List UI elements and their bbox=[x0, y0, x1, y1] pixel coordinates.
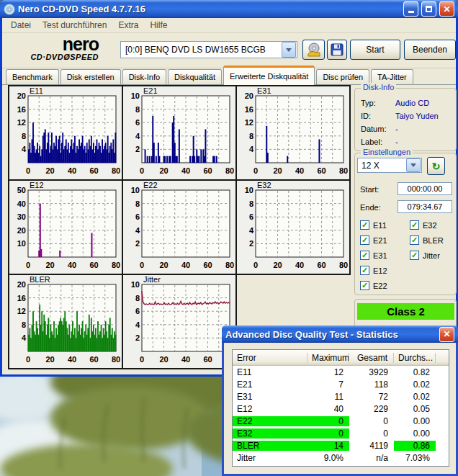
cell-durchschnitt: 0.82 bbox=[394, 367, 436, 377]
cell-error: E21 bbox=[233, 380, 307, 390]
svg-text:16: 16 bbox=[17, 105, 26, 114]
cell-durchschnitt: 0.02 bbox=[394, 380, 436, 390]
svg-text:2: 2 bbox=[135, 333, 140, 342]
refresh-button[interactable]: ↻ bbox=[427, 157, 445, 175]
svg-text:10: 10 bbox=[131, 280, 140, 289]
column-header-durchs[interactable]: Durchs... bbox=[394, 353, 436, 363]
menu-item-hilfe[interactable]: Hilfe bbox=[144, 19, 173, 32]
checkbox-tick-icon: ✓ bbox=[360, 220, 369, 230]
checkbox-e31[interactable]: ✓E31 bbox=[360, 251, 387, 260]
checkbox-e21[interactable]: ✓E21 bbox=[360, 235, 387, 245]
tab-ta-jitter[interactable]: TA-Jitter bbox=[371, 69, 413, 84]
dialog-close-button[interactable]: ✕ bbox=[439, 327, 454, 342]
svg-text:20: 20 bbox=[45, 261, 54, 269]
close-button[interactable]: ✕ bbox=[439, 1, 454, 17]
start-time-field[interactable]: 000:00.00 bbox=[398, 182, 452, 195]
end-time-field[interactable]: 079:34.67 bbox=[398, 200, 452, 213]
svg-text:6: 6 bbox=[249, 212, 253, 221]
statistics-table-header: ErrorMaximumGesamtDurchs... bbox=[233, 350, 449, 366]
tab-diskqualit-t[interactable]: Diskqualität bbox=[168, 69, 222, 84]
svg-text:16: 16 bbox=[17, 294, 26, 302]
start-button[interactable]: Start bbox=[350, 40, 400, 60]
maximize-button[interactable] bbox=[421, 1, 436, 17]
cell-gesamt: n/a bbox=[349, 453, 394, 463]
disk-info-group: Disk-Info Typ:Audio CDID:Taiyo YudenDatu… bbox=[354, 88, 457, 151]
svg-text:60: 60 bbox=[317, 261, 325, 269]
svg-text:10: 10 bbox=[131, 91, 140, 100]
checkbox-tick-icon: ✓ bbox=[410, 251, 419, 260]
menu-item-extra[interactable]: Extra bbox=[112, 19, 144, 32]
nero-main-window: Nero CD-DVD Speed 4.7.7.16 ✕ DateiTest d… bbox=[0, 0, 458, 377]
checkbox-bler[interactable]: ✓BLER bbox=[410, 235, 444, 245]
minimize-button[interactable] bbox=[403, 1, 418, 17]
menu-item-datei[interactable]: Datei bbox=[5, 19, 37, 32]
svg-text:60: 60 bbox=[89, 261, 98, 269]
cell-maximum: 11 bbox=[307, 392, 349, 402]
column-header-gesamt[interactable]: Gesamt bbox=[349, 353, 394, 363]
disk-info-row: Typ:Audio CD bbox=[361, 99, 453, 107]
nero-logo: nero CD·DVDØSPEED bbox=[6, 35, 99, 61]
dialog-title-bar[interactable]: Advanced Disc Quality Test - Statistics … bbox=[222, 325, 458, 343]
svg-text:60: 60 bbox=[203, 355, 212, 364]
svg-text:BLER: BLER bbox=[30, 275, 50, 284]
checkbox-tick-icon: ✓ bbox=[410, 220, 419, 230]
svg-text:60: 60 bbox=[317, 166, 325, 175]
svg-text:E31: E31 bbox=[257, 86, 271, 95]
column-header-maximum[interactable]: Maximum bbox=[307, 353, 349, 363]
chart-jitter: 246810020406080Jitter bbox=[122, 274, 237, 369]
svg-text:4: 4 bbox=[135, 226, 140, 235]
svg-text:0: 0 bbox=[140, 355, 144, 364]
svg-text:20: 20 bbox=[45, 166, 54, 175]
menu-item-test-durchf-hren[interactable]: Test durchführen bbox=[37, 19, 112, 32]
checkbox-e22[interactable]: ✓E22 bbox=[360, 281, 387, 290]
eject-disc-button[interactable] bbox=[302, 40, 325, 60]
dialog-title: Advanced Disc Quality Test - Statistics bbox=[225, 329, 436, 340]
drive-select[interactable]: [0:0] BENQ DVD LS DW1655 BCGB bbox=[120, 41, 297, 58]
svg-text:0: 0 bbox=[26, 355, 30, 364]
svg-text:4: 4 bbox=[135, 320, 140, 329]
cell-error: E22 bbox=[233, 416, 307, 426]
tab-disc-pr-fen[interactable]: Disc prüfen bbox=[316, 69, 369, 84]
svg-text:40: 40 bbox=[181, 166, 190, 175]
svg-text:E22: E22 bbox=[143, 181, 158, 189]
disk-info-value: Audio CD bbox=[395, 99, 429, 107]
column-header-error[interactable]: Error bbox=[233, 353, 307, 363]
tab-disk-info[interactable]: Disk-Info bbox=[122, 69, 166, 84]
tab-disk-erstellen[interactable]: Disk erstellen bbox=[60, 69, 121, 84]
chevron-down-icon[interactable] bbox=[406, 158, 421, 172]
cell-error: E12 bbox=[233, 404, 307, 414]
chevron-down-icon[interactable] bbox=[282, 42, 296, 58]
svg-text:20: 20 bbox=[159, 166, 168, 175]
checkbox-jitter[interactable]: ✓Jitter bbox=[410, 251, 440, 260]
svg-text:0: 0 bbox=[26, 166, 30, 175]
svg-text:4: 4 bbox=[22, 145, 27, 153]
svg-text:0: 0 bbox=[253, 261, 258, 269]
svg-text:12: 12 bbox=[17, 118, 26, 127]
svg-text:20: 20 bbox=[273, 261, 282, 269]
tab-erweiterte-diskqualit-t[interactable]: Erweiterte Diskqualität bbox=[223, 66, 315, 85]
checkbox-tick-icon: ✓ bbox=[360, 235, 369, 245]
tab-benchmark[interactable]: Benchmark bbox=[6, 69, 59, 84]
disk-info-label: Typ: bbox=[361, 99, 395, 107]
checkbox-tick-icon: ✓ bbox=[410, 235, 419, 245]
svg-text:E11: E11 bbox=[30, 86, 43, 95]
svg-text:6: 6 bbox=[135, 118, 140, 127]
chart-e22: 246810020406080E22 bbox=[122, 179, 237, 275]
checkbox-e11[interactable]: ✓E11 bbox=[360, 220, 387, 230]
cell-durchschnitt: 0.02 bbox=[394, 392, 436, 402]
cell-maximum: 9.0% bbox=[307, 453, 349, 463]
checkbox-label: E31 bbox=[373, 251, 387, 260]
svg-text:Jitter: Jitter bbox=[143, 275, 161, 284]
main-title-bar[interactable]: Nero CD-DVD Speed 4.7.7.16 ✕ bbox=[0, 0, 458, 18]
save-button[interactable] bbox=[327, 40, 347, 60]
cell-maximum: 0 bbox=[307, 428, 349, 439]
speed-select[interactable]: 12 X bbox=[357, 158, 422, 173]
checkbox-label: E22 bbox=[373, 282, 387, 290]
window-title: Nero CD-DVD Speed 4.7.7.16 bbox=[18, 4, 400, 14]
checkbox-e12[interactable]: ✓E12 bbox=[360, 266, 387, 275]
svg-text:20: 20 bbox=[245, 91, 253, 100]
checkbox-e32[interactable]: ✓E32 bbox=[410, 220, 437, 230]
checkbox-label: Jitter bbox=[423, 251, 440, 260]
svg-text:40: 40 bbox=[181, 355, 190, 364]
quit-button[interactable]: Beenden bbox=[404, 40, 456, 60]
